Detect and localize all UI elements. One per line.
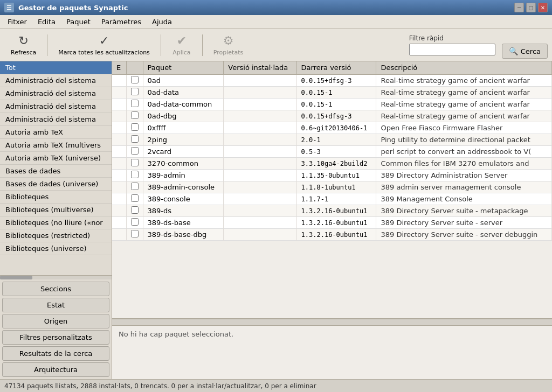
pkg-installed-version [224,146,296,158]
category-item[interactable]: Biblioteques (no lliure («nor [0,216,112,229]
category-item[interactable]: Autoria amb TeX (universe) [0,152,112,165]
search-button[interactable]: 🔍Cerca [502,44,548,59]
description-panel: No hi ha cap paquet seleccionat. [112,325,552,379]
category-item[interactable]: Bases de dades [0,165,112,178]
pkg-e [112,110,126,122]
search-icon: 🔍 [509,47,518,55]
aplica-icon: ✔ [177,34,187,47]
table-row[interactable]: 3270-common3.3.10ga4-2build2Common files… [112,158,552,170]
refresca-button[interactable]: ↻Refresca [4,31,43,59]
package-table-container[interactable]: EPaquetVersió instal·ladaDarrera versióD… [112,61,552,319]
table-row[interactable]: 0ad-dbg0.0.15+dfsg-3Real-time strategy g… [112,110,552,122]
pkg-description: Ping utility to determine directional pa… [376,134,552,146]
menu-item-paràmetres[interactable]: Paràmetres [96,16,147,27]
pkg-checkbox[interactable] [131,111,139,119]
sidebar-scrollbar[interactable] [0,275,112,279]
category-item[interactable]: Biblioteques (restricted) [0,229,112,242]
pkg-name: 0ad-data-common [143,99,224,110]
col-header-paquet[interactable]: Paquet [143,61,224,74]
pkg-checkbox[interactable] [131,147,139,155]
category-item[interactable]: Administració del sistema [0,100,112,113]
pkg-checkbox[interactable] [131,171,139,178]
pkg-description: perl script to convert an addressbook to… [376,146,552,158]
filter-input[interactable] [409,44,495,55]
table-row[interactable]: 389-admin1.1.35-0ubuntu1389 Directory Ad… [112,170,552,181]
table-row[interactable]: 0ad-data-common0.0.15-1Real-time strateg… [112,99,552,110]
status-text: 47134 paquets llistats, 2888 instal·lats… [4,382,316,390]
pkg-checkbox[interactable] [131,123,139,131]
sidebar-btn-estat[interactable]: Estat [2,298,109,312]
category-item[interactable]: Administració del sistema [0,113,112,126]
close-button[interactable]: ✕ [538,3,548,12]
pkg-checkbox[interactable] [131,218,139,226]
pkg-installed-version [224,229,296,241]
titlebar-title: Gestor de paquets Synaptic [18,4,128,12]
sidebar-btn-origen[interactable]: Origen [2,314,109,328]
menu-item-paquet[interactable]: Paquet [61,16,96,27]
pkg-e [112,205,126,217]
pkg-e [112,87,126,99]
category-item[interactable]: Autoria amb TeX [0,126,112,139]
pkg-checkbox[interactable] [131,194,139,202]
category-item[interactable]: Biblioteques [0,191,112,204]
col-header-darrera[interactable]: Darrera versió [296,61,376,74]
marca-totes-button[interactable]: ✓Marca totes les actualitzacions [52,31,156,59]
pkg-description: Real-time strategy game of ancient warfa… [376,74,552,87]
pkg-description: 389 Directory Administration Server [376,170,552,181]
category-item[interactable]: Bases de dades (universe) [0,178,112,191]
sidebar-btn-seccions[interactable]: Seccions [2,282,109,296]
category-item[interactable]: Biblioteques (universe) [0,242,112,255]
pkg-checkbox[interactable] [131,100,139,107]
pkg-installed-version [224,170,296,181]
pkg-e [112,99,126,110]
pkg-checkbox[interactable] [131,206,139,214]
col-header-descripcio[interactable]: Descripció [376,61,552,74]
table-row[interactable]: 389-ds-base-dbg1.3.2.16-0ubuntu1389 Dire… [112,229,552,241]
table-row[interactable]: 0ad-data0.0.15-1Real-time strategy game … [112,87,552,99]
table-row[interactable]: 389-admin-console1.1.8-1ubuntu1389 admin… [112,181,552,193]
category-item[interactable]: Tot [0,61,112,74]
propietats-button: ⚙Propietats [207,31,250,59]
pkg-latest-version: 1.3.2.16-0ubuntu1 [296,217,376,229]
pkg-latest-version: 1.3.2.16-0ubuntu1 [296,205,376,217]
horizontal-scrollbar[interactable] [112,319,552,325]
menu-item-fitxer[interactable]: Fitxer [2,16,32,27]
pkg-latest-version: 0.0.15-1 [296,87,376,99]
table-row[interactable]: 389-console1.1.7-1389 Management Console [112,193,552,205]
category-item[interactable]: Administració del sistema [0,74,112,87]
table-row[interactable]: 0ad0.0.15+dfsg-3Real-time strategy game … [112,74,552,87]
table-row[interactable]: 389-ds1.3.2.16-0ubuntu1389 Directory Ser… [112,205,552,217]
minimize-button[interactable]: ─ [514,3,524,12]
table-row[interactable]: 2vcard0.5-3perl script to convert an add… [112,146,552,158]
col-header-check[interactable] [126,61,143,74]
col-header-e[interactable]: E [112,61,126,74]
pkg-checkbox[interactable] [131,159,139,166]
titlebar-controls: ─ □ ✕ [514,3,548,12]
pkg-checkbox[interactable] [131,230,139,237]
pkg-checkbox[interactable] [131,88,139,95]
table-row[interactable]: 2ping2.0-1Ping utility to determine dire… [112,134,552,146]
menu-item-ajuda[interactable]: Ajuda [147,16,177,27]
sidebar-buttons: SeccionsEstatOrigenFiltres personalitzat… [0,279,112,379]
category-item[interactable]: Administració del sistema [0,87,112,100]
category-item[interactable]: Biblioteques (multiverse) [0,204,112,216]
app-icon: ☰ [4,3,14,12]
menu-item-edita[interactable]: Edita [32,16,61,27]
sidebar-btn-resultats-de-la-cerca[interactable]: Resultats de la cerca [2,346,109,361]
pkg-checkbox[interactable] [131,76,139,83]
col-header-versio[interactable]: Versió instal·lada [224,61,296,74]
maximize-button[interactable]: □ [526,3,536,12]
refresca-icon: ↻ [18,34,28,47]
pkg-name: 0ad-data [143,87,224,99]
pkg-checkbox[interactable] [131,183,139,190]
sidebar-btn-arquitectura[interactable]: Arquitectura [2,362,109,377]
table-row[interactable]: 389-ds-base1.3.2.16-0ubuntu1389 Director… [112,217,552,229]
table-row[interactable]: 0xffff0.6~git20130406-1Open Free Fiasco … [112,122,552,134]
pkg-latest-version: 0.0.15+dfsg-3 [296,74,376,87]
sidebar-btn-filtres-personalitzats[interactable]: Filtres personalitzats [2,330,109,345]
pkg-latest-version: 0.5-3 [296,146,376,158]
toolbar: ↻Refresca✓Marca totes les actualitzacion… [0,29,552,61]
pkg-checkbox[interactable] [131,135,139,143]
category-item[interactable]: Autoria amb TeX (multivers [0,139,112,152]
pkg-e [112,229,126,241]
